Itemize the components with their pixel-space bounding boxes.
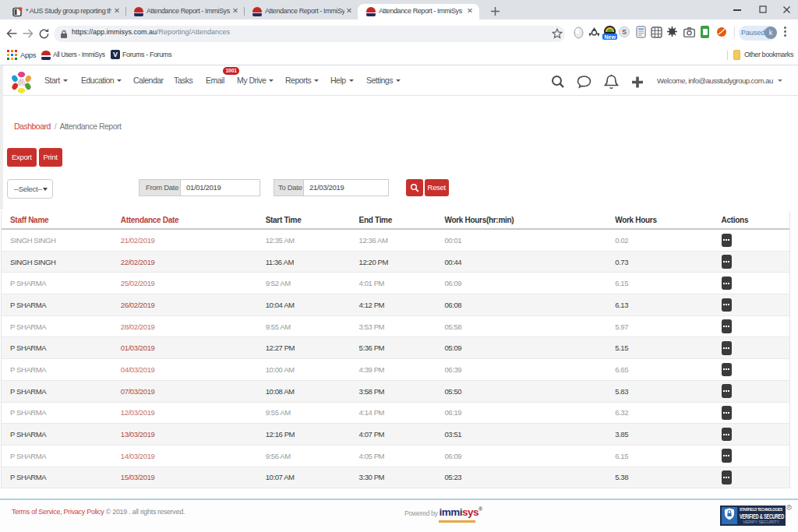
svg-text:GROUP: GROUP [17, 83, 25, 86]
svg-text:VERIFY SECURITY: VERIFY SECURITY [743, 520, 779, 524]
svg-text:VERIFIED & SECURED: VERIFIED & SECURED [740, 513, 784, 520]
svg-text:STARFIELD TECHNOLOGIES: STARFIELD TECHNOLOGIES [740, 508, 782, 512]
